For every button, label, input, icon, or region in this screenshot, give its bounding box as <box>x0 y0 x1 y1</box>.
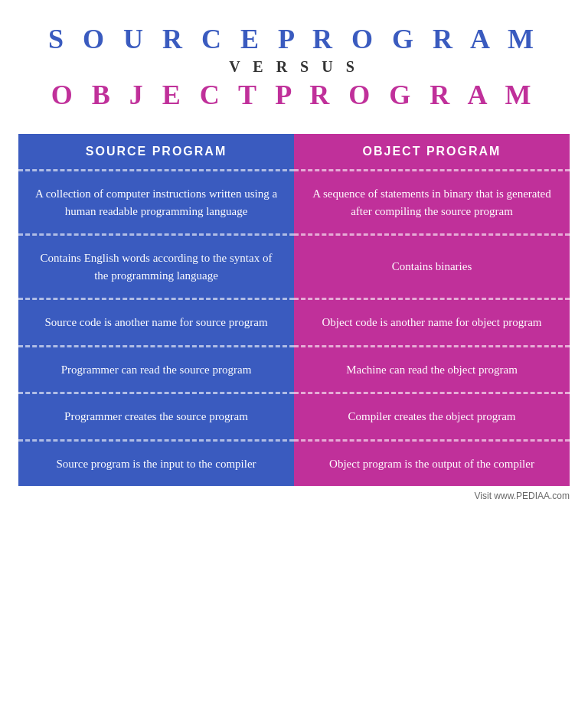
source-cell-4: Programmer creates the source program <box>18 393 294 441</box>
source-cell-5: Source program is the input to the compi… <box>18 440 294 486</box>
table-row: Source code is another name for source p… <box>18 299 570 347</box>
table-row: Contains English words according to the … <box>18 235 570 299</box>
object-cell-0: A sequence of statements in binary that … <box>294 171 570 235</box>
object-column-header: OBJECT PROGRAM <box>294 134 570 171</box>
object-cell-4: Compiler creates the object program <box>294 393 570 441</box>
source-cell-1: Contains English words according to the … <box>18 235 294 299</box>
source-cell-2: Source code is another name for source p… <box>18 299 294 347</box>
object-cell-5: Object program is the output of the comp… <box>294 440 570 486</box>
table-row: A collection of computer instructions wr… <box>18 171 570 235</box>
footer-note: Visit www.PEDIAA.com <box>18 491 570 501</box>
table-row: Programmer can read the source programMa… <box>18 346 570 393</box>
source-cell-0: A collection of computer instructions wr… <box>18 171 294 235</box>
object-cell-1: Contains binaries <box>294 235 570 299</box>
source-program-title: S O U R C E P R O G R A M <box>15 23 573 55</box>
comparison-table: SOURCE PROGRAM OBJECT PROGRAM A collecti… <box>18 134 570 486</box>
object-cell-3: Machine can read the object program <box>294 346 570 393</box>
source-cell-3: Programmer can read the source program <box>18 346 294 393</box>
header-section: S O U R C E P R O G R A M V E R S U S O … <box>15 23 573 111</box>
versus-text: V E R S U S <box>15 58 573 76</box>
source-column-header: SOURCE PROGRAM <box>18 134 294 171</box>
table-row: Programmer creates the source programCom… <box>18 393 570 441</box>
object-cell-2: Object code is another name for object p… <box>294 299 570 347</box>
object-program-title: O B J E C T P R O G R A M <box>15 79 573 111</box>
table-row: Source program is the input to the compi… <box>18 440 570 486</box>
